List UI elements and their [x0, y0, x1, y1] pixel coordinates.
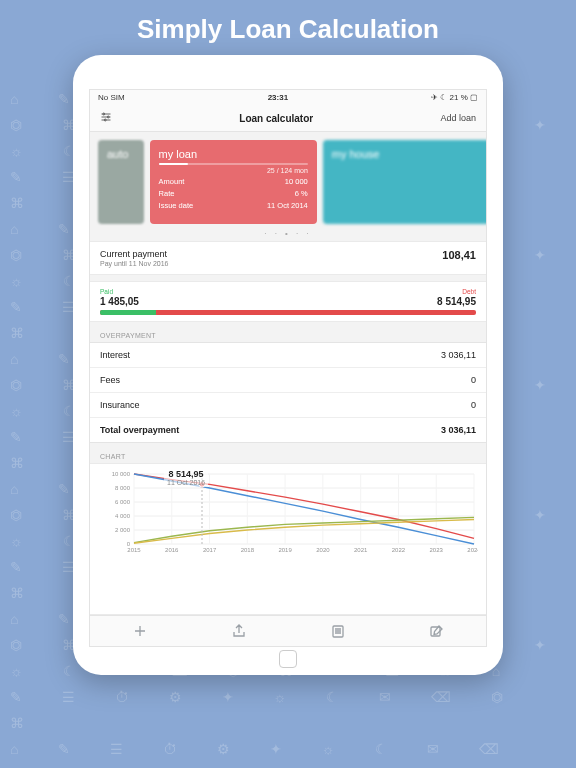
status-time: 23:31 [268, 93, 288, 102]
svg-text:8 000: 8 000 [115, 485, 131, 491]
paid-debt-bar [100, 310, 476, 315]
svg-text:2015: 2015 [127, 547, 141, 553]
add-button[interactable] [132, 623, 148, 639]
paid-value: 1 485,05 [100, 296, 139, 307]
svg-text:2019: 2019 [278, 547, 292, 553]
chart-tooltip: 8 514,95 11 Oct 2016 [164, 468, 208, 487]
svg-text:2018: 2018 [241, 547, 255, 553]
carousel-pager: · · • · · [90, 229, 486, 238]
current-payment-panel: Current payment Pay until 11 Nov 2016 10… [90, 241, 486, 275]
loan-chart[interactable]: 8 514,95 11 Oct 2016 02 0004 0006 0008 0… [90, 463, 486, 615]
add-loan-button[interactable]: Add loan [440, 113, 476, 123]
share-button[interactable] [231, 623, 247, 639]
svg-text:2024: 2024 [467, 547, 478, 553]
overpayment-row: Insurance0 [90, 392, 486, 417]
card-kv-row: Issue date11 Oct 2014 [159, 201, 308, 210]
debt-label: Debt [462, 288, 476, 295]
bottom-toolbar [90, 615, 486, 646]
status-left: No SIM [98, 93, 125, 102]
app-screen: No SIM 23:31 ✈ ☾ 21 % ▢ Loan calculator … [89, 89, 487, 647]
filter-button[interactable] [100, 111, 112, 125]
overpayment-list: Interest3 036,11Fees0Insurance0Total ove… [90, 342, 486, 443]
svg-text:2 000: 2 000 [115, 527, 131, 533]
overpayment-row: Interest3 036,11 [90, 342, 486, 367]
svg-text:2016: 2016 [165, 547, 179, 553]
current-payment-amount: 108,41 [442, 249, 476, 261]
debt-value: 8 514,95 [437, 296, 476, 307]
sliders-icon [100, 111, 112, 125]
chart-svg: 02 0004 0006 0008 00010 0002015201620172… [98, 468, 478, 558]
card-title: auto [107, 148, 135, 160]
card-kv-row: Amount10 000 [159, 177, 308, 186]
paid-label: Paid [100, 288, 113, 295]
card-kv-row: Rate6 % [159, 189, 308, 198]
card-progress-text: 25 / 124 mon [159, 167, 308, 174]
edit-button[interactable] [429, 623, 445, 639]
overpayment-row: Fees0 [90, 367, 486, 392]
svg-text:2022: 2022 [392, 547, 406, 553]
card-title: my loan [159, 148, 308, 160]
svg-text:4 000: 4 000 [115, 513, 131, 519]
status-bar: No SIM 23:31 ✈ ☾ 21 % ▢ [90, 90, 486, 105]
svg-text:2020: 2020 [316, 547, 330, 553]
overpayment-total-row: Total overpayment3 036,11 [90, 417, 486, 442]
current-payment-label: Current payment [100, 249, 169, 259]
svg-text:10 000: 10 000 [112, 471, 131, 477]
card-title: my house [332, 148, 481, 160]
nav-bar: Loan calculator Add loan [90, 105, 486, 132]
overpayment-header: OVERPAYMENT [90, 328, 486, 342]
chart-header: CHART [90, 449, 486, 463]
card-progress-bar [159, 163, 308, 165]
loan-card-prev[interactable]: auto [98, 140, 144, 224]
tablet-frame: No SIM 23:31 ✈ ☾ 21 % ▢ Loan calculator … [73, 55, 503, 675]
loan-card-active[interactable]: my loan 25 / 124 mon Amount10 000Rate6 %… [150, 140, 317, 224]
loan-card-next[interactable]: my house [323, 140, 486, 224]
tooltip-value: 8 514,95 [167, 469, 205, 479]
paid-debt-panel: Paid Debt 1 485,05 8 514,95 [90, 281, 486, 322]
svg-text:2023: 2023 [430, 547, 444, 553]
tooltip-date: 11 Oct 2016 [167, 479, 205, 486]
status-right: ✈ ☾ 21 % ▢ [431, 93, 478, 102]
current-payment-sub: Pay until 11 Nov 2016 [100, 260, 169, 267]
svg-text:6 000: 6 000 [115, 499, 131, 505]
page-title: Loan calculator [239, 113, 313, 124]
schedule-button[interactable] [330, 623, 346, 639]
home-button[interactable] [279, 650, 297, 668]
svg-text:2021: 2021 [354, 547, 368, 553]
loan-cards-carousel[interactable]: auto my loan 25 / 124 mon Amount10 000Ra… [90, 132, 486, 232]
svg-text:2017: 2017 [203, 547, 217, 553]
